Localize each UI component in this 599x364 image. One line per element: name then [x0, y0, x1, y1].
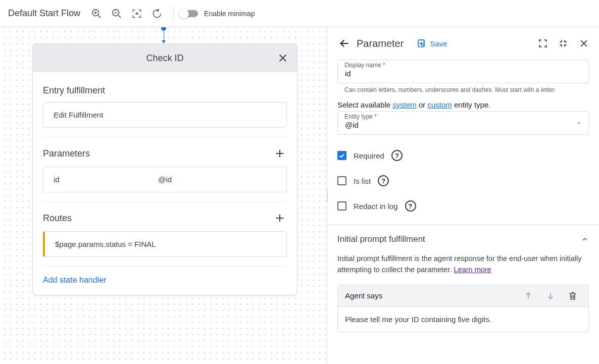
islist-checkbox[interactable]	[337, 176, 346, 185]
redact-checkbox[interactable]	[337, 201, 346, 211]
fullscreen-icon[interactable]	[538, 39, 547, 48]
routes-heading: Routes	[43, 213, 72, 224]
add-state-handler-button[interactable]: Add state handler	[43, 276, 287, 285]
parameters-heading: Parameters	[43, 148, 90, 159]
flow-title: Default Start Flow	[8, 8, 86, 19]
help-icon[interactable]: ?	[378, 175, 389, 186]
flow-canvas[interactable]: Check ID Entry fulfillment Edit Fulfillm…	[0, 27, 327, 364]
chevron-down-icon	[576, 120, 582, 126]
entity-type-label: Entity type *	[344, 113, 377, 120]
custom-entity-link[interactable]: custom	[427, 100, 452, 109]
display-name-hint: Can contain letters, numbers, underscore…	[344, 86, 589, 93]
add-route-icon[interactable]	[273, 211, 287, 225]
islist-label: Is list	[354, 177, 371, 185]
redact-label: Redact in log	[354, 202, 398, 211]
help-icon[interactable]: ?	[405, 200, 416, 212]
svg-line-1	[98, 15, 101, 18]
entry-fulfillment-heading: Entry fulfillment	[43, 85, 105, 96]
refresh-icon[interactable]	[147, 4, 167, 24]
zoom-in-icon[interactable]	[86, 4, 107, 24]
route-row[interactable]: $page.params.status = FINAL	[43, 231, 287, 257]
add-parameter-icon[interactable]	[273, 146, 287, 161]
move-down-icon[interactable]	[542, 291, 559, 300]
panel-title: Parameter	[357, 38, 404, 49]
toolbar-divider	[173, 6, 174, 21]
entity-type-description: Select available system or custom entity…	[337, 100, 589, 109]
collapse-icon[interactable]	[559, 39, 568, 48]
initial-prompt-accordion-header[interactable]: Initial prompt fulfillment	[327, 225, 599, 253]
close-icon[interactable]	[274, 49, 292, 67]
delete-icon[interactable]	[564, 291, 581, 300]
parameter-type: @id	[158, 175, 276, 184]
fit-view-icon[interactable]	[127, 4, 147, 24]
node-title: Check ID	[146, 53, 183, 64]
panel-resize-handle[interactable]	[327, 186, 328, 206]
move-up-icon[interactable]	[520, 291, 537, 300]
zoom-out-icon[interactable]	[107, 4, 127, 24]
parameter-row[interactable]: id @id	[43, 167, 287, 192]
required-checkbox[interactable]	[337, 151, 346, 160]
system-entity-link[interactable]: system	[392, 100, 417, 109]
minimap-label: Enable minimap	[204, 10, 255, 18]
initial-prompt-description: Initial prompt fulfillment is the agent …	[327, 253, 599, 276]
learn-more-link[interactable]: Learn more	[454, 266, 491, 274]
chevron-up-icon	[581, 235, 589, 243]
route-condition: $page.params.status = FINAL	[55, 240, 156, 248]
page-node-card: Check ID Entry fulfillment Edit Fulfillm…	[32, 43, 297, 295]
parameter-name: id	[54, 175, 158, 184]
agent-says-label: Agent says	[345, 291, 515, 300]
svg-line-5	[119, 15, 121, 18]
agent-says-input[interactable]: Please tell me your ID containing five d…	[338, 306, 588, 332]
edit-fulfillment-button[interactable]: Edit Fulfillment	[43, 102, 287, 128]
close-panel-icon[interactable]	[579, 38, 589, 48]
back-icon[interactable]	[337, 36, 352, 50]
minimap-toggle[interactable]	[180, 10, 198, 17]
display-name-label: Display name *	[344, 62, 385, 69]
save-button[interactable]: Save	[417, 39, 447, 48]
required-label: Required	[354, 151, 384, 160]
svg-point-7	[136, 13, 137, 14]
help-icon[interactable]: ?	[391, 150, 403, 161]
